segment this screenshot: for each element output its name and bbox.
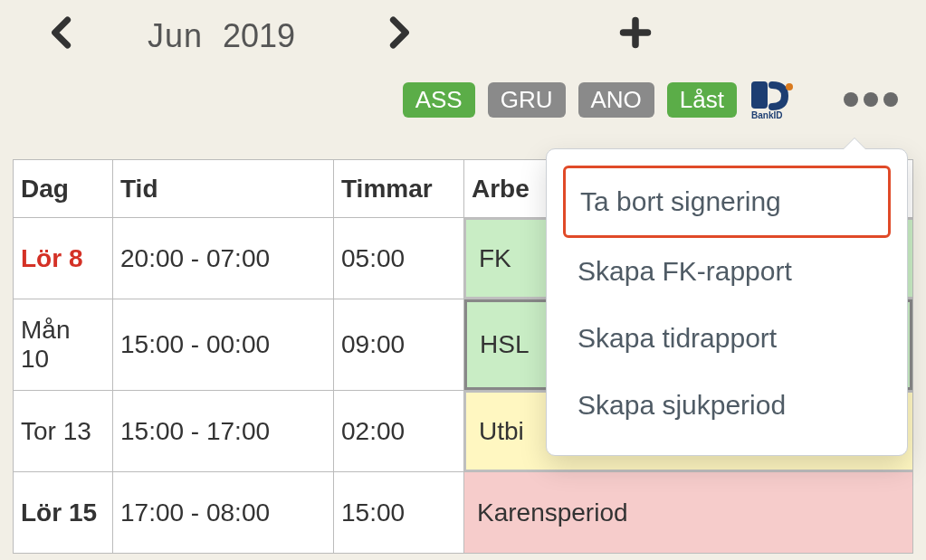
cell-time: 15:00 - 17:00 xyxy=(113,391,334,472)
menu-create-sickperiod[interactable]: Skapa sjukperiod xyxy=(563,372,891,439)
month-label: Jun xyxy=(148,17,203,55)
svg-text:BankID: BankID xyxy=(751,110,782,119)
cell-hours: 15:00 xyxy=(334,472,464,554)
more-menu-popover: Ta bort signering Skapa FK-rapport Skapa… xyxy=(546,148,908,456)
month-year-label[interactable]: Jun 2019 xyxy=(148,17,295,55)
menu-create-timereport[interactable]: Skapa tidrapport xyxy=(563,305,891,372)
bankid-icon[interactable]: BankID xyxy=(749,80,795,119)
cell-hours: 05:00 xyxy=(334,218,464,299)
dot-icon xyxy=(883,92,898,107)
cell-work: Karensperiod xyxy=(464,472,913,554)
more-menu-button[interactable] xyxy=(838,87,903,112)
prev-month-button[interactable] xyxy=(50,16,75,57)
arrow-right-icon xyxy=(386,16,411,49)
cell-time: 15:00 - 00:00 xyxy=(113,299,334,391)
cell-hours: 09:00 xyxy=(334,299,464,391)
svg-point-1 xyxy=(786,83,793,90)
cell-time: 17:00 - 08:00 xyxy=(113,472,334,554)
filter-ano[interactable]: ANO xyxy=(578,82,654,118)
header-day: Dag xyxy=(14,160,113,218)
filter-ass[interactable]: ASS xyxy=(403,82,475,118)
dot-icon xyxy=(864,92,878,107)
cell-day: Tor 13 xyxy=(14,391,113,472)
next-month-button[interactable] xyxy=(386,16,411,57)
dot-icon xyxy=(844,92,858,107)
filter-locked[interactable]: Låst xyxy=(667,82,737,118)
plus-icon xyxy=(619,16,652,49)
year-label: 2019 xyxy=(223,17,295,55)
cell-day: Lör 8 xyxy=(14,218,113,299)
menu-create-fk-report[interactable]: Skapa FK-rapport xyxy=(563,238,891,305)
svg-rect-0 xyxy=(751,81,768,109)
cell-time: 20:00 - 07:00 xyxy=(113,218,334,299)
table-row[interactable]: Lör 15 17:00 - 08:00 15:00 Karensperiod xyxy=(14,472,913,554)
header-hours: Timmar xyxy=(334,160,464,218)
cell-hours: 02:00 xyxy=(334,391,464,472)
cell-day: Lör 15 xyxy=(14,472,113,554)
cell-day: Mån 10 xyxy=(14,299,113,391)
header-time: Tid xyxy=(113,160,334,218)
add-button[interactable] xyxy=(619,16,652,57)
filter-gru[interactable]: GRU xyxy=(488,82,566,118)
menu-remove-signature[interactable]: Ta bort signering xyxy=(563,166,891,238)
arrow-left-icon xyxy=(50,16,75,49)
